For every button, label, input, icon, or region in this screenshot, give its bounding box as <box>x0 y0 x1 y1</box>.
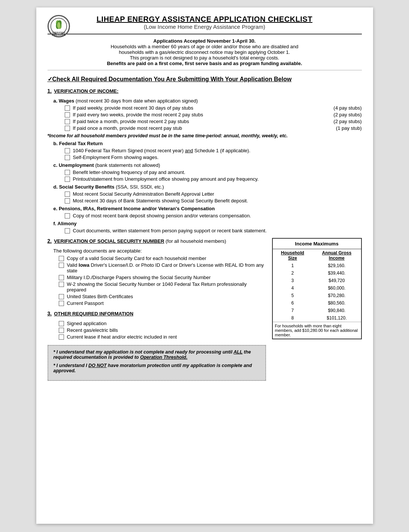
wages-item-1: If paid weekly, provide most recent 30 d… <box>65 105 362 111</box>
household-size: 7 <box>273 307 313 314</box>
checkbox-tax-2[interactable] <box>65 155 70 160</box>
annual-income: $60,000. <box>312 284 361 292</box>
wages-text-1: If paid weekly, provide most recent 30 d… <box>73 105 193 111</box>
ssn-text-6: Current Passport <box>67 300 104 306</box>
income-table-row: 3$49,720 <box>273 277 361 284</box>
checkbox-ssn-1[interactable] <box>59 256 64 261</box>
tax-items: 1040 Federal Tax Return Signed (most rec… <box>65 148 362 160</box>
income-table-row: 1$29,160. <box>273 262 361 269</box>
checkbox-wages-1[interactable] <box>65 106 70 111</box>
right-col: Income Maximums Household Size Annual Gr… <box>272 238 362 381</box>
checkbox-tax-1[interactable] <box>65 148 70 153</box>
intro-line3: households with a gas/electric disconnec… <box>48 49 362 55</box>
checkbox-wages-3[interactable] <box>65 119 70 124</box>
checklist-heading: ✓Check All Required Documentation You Ar… <box>48 76 362 83</box>
section-3: 3. OTHER REQUIRED INFORMATION Signed app… <box>48 311 266 340</box>
checkbox-other-2[interactable] <box>59 328 64 333</box>
income-table-header-row: Household Size Annual Gross Income <box>273 249 361 262</box>
tax-item-2: Self-Employment Form showing wages. <box>65 155 362 160</box>
other-item-2: Recent gas/electric bills <box>59 327 266 333</box>
checkbox-ssn-6[interactable] <box>59 301 64 306</box>
checkbox-unemp-2[interactable] <box>65 177 70 182</box>
wages-label-suffix: (most recent 30 days from date when appl… <box>74 98 198 104</box>
income-table-row: 7$90,840. <box>273 307 361 314</box>
household-size: 2 <box>273 269 313 277</box>
intro-line1: Applications Accepted November 1-April 3… <box>48 38 362 44</box>
wages-item-2: If paid every two weeks, provide the mos… <box>65 112 362 117</box>
other-text-2: Recent gas/electric bills <box>67 327 118 333</box>
ssn-text-1: Copy of a valid Social Security Card for… <box>67 256 207 261</box>
checkbox-wages-4[interactable] <box>65 126 70 131</box>
income-table-row: 6$80,560. <box>273 299 361 307</box>
alimony-items: Court documents, written statement from … <box>65 228 362 233</box>
wages-text-2: If paid every two weeks, provide the mos… <box>73 112 203 117</box>
alimony-label: f. Alimony <box>54 221 362 226</box>
subsection-pension: e. Pensions, IRAs, Retirement Income and… <box>54 206 362 218</box>
checkbox-ssn-2[interactable] <box>59 263 64 268</box>
subsection-tax: b. Federal Tax Return 1040 Federal Tax R… <box>54 141 362 160</box>
income-table-row: 2$39,440. <box>273 269 361 277</box>
wages-row-3: If paid twice a month, provide most rece… <box>73 119 362 124</box>
household-size: 6 <box>273 299 313 307</box>
checkbox-pension-1[interactable] <box>65 213 70 218</box>
annual-income: $90,840. <box>312 307 361 314</box>
checkbox-other-3[interactable] <box>59 334 64 340</box>
main-content: 2. VERIFICATION OF SOCIAL SECURITY NUMBE… <box>48 238 362 381</box>
unemp-text-1: Benefit letter-showing frequency of pay … <box>73 169 186 175</box>
checkbox-ss-2[interactable] <box>65 198 70 204</box>
intro-line4: This program is not designed to pay a ho… <box>48 55 362 61</box>
section-2-suffix: (for all household members) <box>164 238 226 244</box>
checkbox-wages-2[interactable] <box>65 112 70 117</box>
ssn-item-6: Current Passport <box>59 300 266 306</box>
income-table-footer: For households with more than eight memb… <box>273 322 361 339</box>
section-2-items: Copy of a valid Social Security Card for… <box>59 256 266 306</box>
wages-items: If paid weekly, provide most recent 30 d… <box>65 105 362 131</box>
checkbox-ssn-3[interactable] <box>59 275 64 280</box>
annual-income: $49,720 <box>312 277 361 284</box>
header: OPERATION THRESHOLD LIHEAP ENERGY ASSIST… <box>48 15 362 34</box>
tax-item-1: 1040 Federal Tax Return Signed (most rec… <box>65 148 362 153</box>
other-text-3: Current lease if heat and/or electric in… <box>67 334 177 340</box>
wages-row-4: If paid once a month, provide most recen… <box>73 125 362 131</box>
main-title: LIHEAP ENERGY ASSISTANCE APPLICATION CHE… <box>97 15 312 24</box>
subsection-alimony: f. Alimony Court documents, written stat… <box>54 221 362 233</box>
logo-text: OPERATION THRESHOLD <box>48 31 70 37</box>
other-item-1: Signed application <box>59 321 266 326</box>
section-3-header: 3. OTHER REQUIRED INFORMATION <box>48 311 266 319</box>
page: OPERATION THRESHOLD LIHEAP ENERGY ASSIST… <box>36 7 373 524</box>
ssn-item-4: W-2 showing the Social Security Number o… <box>59 281 266 293</box>
income-table-body: 1$29,160.2$39,440.3$49,7204$60,000.5$70,… <box>273 262 361 322</box>
alimony-text-1: Court documents, written statement from … <box>73 228 267 233</box>
ss-item-1: Most recent Social Security Administrati… <box>65 191 362 197</box>
ss-text-2: Most recent 30 days of Bank Statements s… <box>73 198 248 204</box>
wages-note-2: (2 pay stubs) <box>333 112 361 117</box>
income-note: *Income for all household members provid… <box>48 133 362 138</box>
checkbox-other-1[interactable] <box>59 321 64 326</box>
ssn-text-3: Military I.D./Discharge Papers showing t… <box>67 275 211 280</box>
checkbox-unemp-1[interactable] <box>65 170 70 175</box>
notice-line1: * I understand that my application is no… <box>54 349 260 360</box>
pension-label: e. Pensions, IRAs, Retirement Income and… <box>54 206 362 211</box>
income-table-row: 8$101,120. <box>273 314 361 322</box>
checkbox-ssn-5[interactable] <box>59 294 64 299</box>
section-1-num: 1. <box>48 88 52 94</box>
household-size: 5 <box>273 292 313 299</box>
checkbox-alimony-1[interactable] <box>65 228 70 233</box>
checkbox-ss-1[interactable] <box>65 192 70 197</box>
ssn-item-2: Valid Iowa Driver's License/I.D. or Phot… <box>59 262 266 273</box>
tax-text-2: Self-Employment Form showing wages. <box>73 155 159 160</box>
income-table-row: 5$70,280. <box>273 292 361 299</box>
income-col2-header: Annual Gross Income <box>312 249 361 262</box>
annual-income: $39,440. <box>312 269 361 277</box>
checkbox-ssn-4[interactable] <box>59 282 64 287</box>
section-2-intro: The following documents are acceptable: <box>54 248 266 254</box>
alimony-item-1: Court documents, written statement from … <box>65 228 362 233</box>
annual-income: $101,120. <box>312 314 361 322</box>
tax-label: b. Federal Tax Return <box>54 141 362 146</box>
wages-note-3: (2 pay stubs) <box>333 119 361 124</box>
household-size: 1 <box>273 262 313 269</box>
wages-label-bold: a. Wages <box>54 98 74 104</box>
ssn-text-4: W-2 showing the Social Security Number o… <box>67 281 266 293</box>
section-3-title: OTHER REQUIRED INFORMATION <box>54 311 133 317</box>
subsection-wages: a. Wages (most recent 30 days from date … <box>54 98 362 131</box>
